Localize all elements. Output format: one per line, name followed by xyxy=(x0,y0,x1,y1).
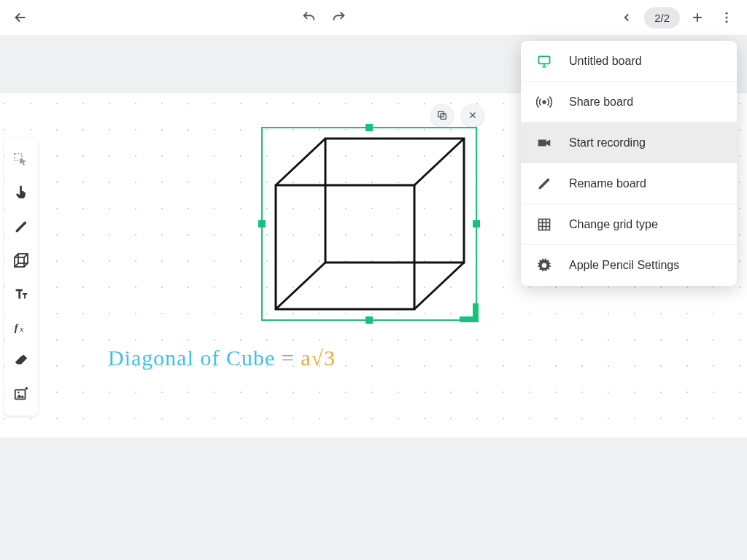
menu-label: Share board xyxy=(569,96,633,109)
tool-shapes[interactable] xyxy=(4,244,38,277)
tool-pen[interactable] xyxy=(4,210,38,244)
formula-lhs: Diagonal of Cube xyxy=(108,346,275,370)
board-menu: Untitled board Share board Start recordi… xyxy=(521,41,737,286)
grid-icon xyxy=(535,216,553,233)
app-header: 2/2 xyxy=(0,0,747,35)
svg-point-2 xyxy=(726,20,728,23)
eraser-icon xyxy=(13,353,29,369)
svg-line-7 xyxy=(276,139,325,185)
menu-label: Change grid type xyxy=(569,218,658,231)
svg-text:f: f xyxy=(15,322,20,333)
chevron-left-icon xyxy=(620,11,633,24)
menu-item-board-title[interactable]: Untitled board xyxy=(521,41,737,82)
tool-image[interactable] xyxy=(4,378,38,411)
undo-button[interactable] xyxy=(295,3,324,32)
gear-icon xyxy=(535,257,553,274)
svg-rect-24 xyxy=(538,139,546,146)
redo-icon xyxy=(330,9,347,26)
svg-point-21 xyxy=(18,392,19,393)
undo-icon xyxy=(301,9,317,26)
arrow-left-icon xyxy=(12,9,28,26)
cube-shape xyxy=(263,128,479,322)
svg-point-23 xyxy=(543,101,546,104)
fx-icon: fx xyxy=(13,319,29,335)
plus-icon xyxy=(690,10,705,25)
menu-item-grid[interactable]: Change grid type xyxy=(521,204,737,245)
formula-rhs: a√3 xyxy=(301,346,336,370)
pencil-icon xyxy=(14,219,28,234)
formula-text[interactable]: Diagonal of Cube = a√3 xyxy=(108,346,336,370)
board-icon xyxy=(535,52,553,70)
selection-box[interactable] xyxy=(261,127,477,321)
page-indicator[interactable]: 2/2 xyxy=(644,7,680,28)
text-icon xyxy=(13,286,29,302)
cube-icon xyxy=(12,252,30,269)
close-icon xyxy=(468,110,478,120)
svg-line-8 xyxy=(414,139,464,185)
more-menu-button[interactable] xyxy=(712,3,741,32)
svg-point-1 xyxy=(726,17,728,19)
prev-page-button[interactable] xyxy=(612,3,641,32)
menu-item-share[interactable]: Share board xyxy=(521,82,737,122)
svg-text:x: x xyxy=(19,324,23,333)
tool-select[interactable] xyxy=(4,143,38,176)
menu-label: Untitled board xyxy=(569,55,642,68)
tool-eraser[interactable] xyxy=(4,344,38,378)
svg-line-9 xyxy=(276,262,325,309)
formula-eq: = xyxy=(275,346,301,370)
menu-item-rename[interactable]: Rename board xyxy=(521,163,737,204)
copy-object-button[interactable] xyxy=(430,104,454,127)
more-vertical-icon xyxy=(719,10,734,25)
tool-text[interactable] xyxy=(4,277,38,311)
svg-point-0 xyxy=(726,12,728,15)
tools-toolbar: fx xyxy=(4,139,38,416)
redo-button[interactable] xyxy=(324,3,353,32)
svg-rect-25 xyxy=(539,219,550,230)
menu-label: Apple Pencil Settings xyxy=(569,259,679,272)
pencil-icon xyxy=(535,175,553,192)
add-page-button[interactable] xyxy=(683,3,712,32)
tool-pointer[interactable] xyxy=(4,176,38,210)
hand-pointer-icon xyxy=(13,185,29,201)
broadcast-icon xyxy=(535,93,553,111)
menu-item-record[interactable]: Start recording xyxy=(521,122,737,163)
image-add-icon xyxy=(13,386,29,402)
copy-icon xyxy=(436,109,448,121)
delete-object-button[interactable] xyxy=(461,104,484,127)
back-button[interactable] xyxy=(6,3,35,32)
menu-label: Rename board xyxy=(569,177,646,190)
video-icon xyxy=(535,134,553,152)
menu-label: Start recording xyxy=(569,136,646,149)
menu-item-pencil-settings[interactable]: Apple Pencil Settings xyxy=(521,245,737,286)
svg-line-10 xyxy=(414,262,464,309)
cursor-select-icon xyxy=(12,151,30,168)
svg-rect-22 xyxy=(539,56,550,63)
tool-formula[interactable]: fx xyxy=(4,311,38,344)
